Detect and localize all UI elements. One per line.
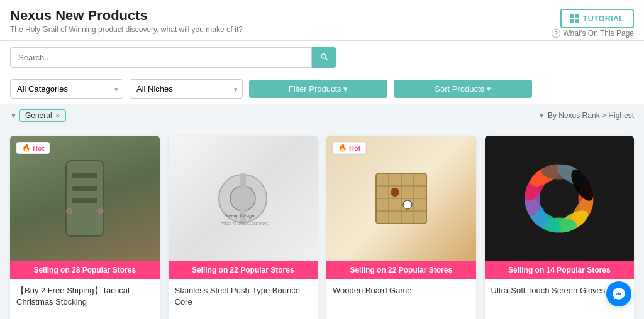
svg-text:PRESS TO OPEN/CLOSE VALVE: PRESS TO OPEN/CLOSE VALVE [221,222,269,225]
product-info: Stainless Steel Push-Type Bounce Core [169,279,318,311]
active-filter-general: ▼ General ✕ [10,109,66,122]
product-info: Wooden Board Game [326,279,476,311]
sell-bar[interactable]: Selling on 22 Popular Stores [326,261,476,279]
category-select[interactable]: All Categories [10,79,123,99]
grid-icon [570,14,579,23]
product-image: 🔥 Hot [485,136,635,261]
svg-point-11 [230,186,255,211]
filter-products-button[interactable]: Filter Products ▾ [249,80,387,98]
search-input[interactable] [10,47,312,68]
sell-bar[interactable]: Selling on 22 Popular Stores [169,261,318,279]
whats-on-page-link[interactable]: ? What's On This Page [552,29,634,38]
product-footer: $0.15 Stores Trend [485,311,635,319]
product-footer: $14.25 Stores Trend [169,311,318,319]
product-card: 🔥 Hot Selling on 28 Popular Stores 【Buy … [10,136,160,319]
hot-badge: 🔥 Hot [333,142,366,154]
svg-text:Pop-up Design: Pop-up Design [223,213,254,219]
products-grid: 🔥 Hot Selling on 28 Popular Stores 【Buy … [0,127,644,319]
svg-point-28 [403,200,412,209]
product-image: 🔥 Hot [326,136,476,261]
filters-row: All Categories All Niches Filter Product… [0,74,644,104]
filter-funnel-icon: ▼ [10,112,17,119]
product-image: 🔥 Hot Pop-up Design PRESS TO OPEN/CLOSE … [169,136,318,261]
product-title: Wooden Board Game [333,285,470,308]
svg-point-27 [391,188,399,197]
search-icon [319,52,328,61]
header-section: Nexus New Products The Holy Grail of Win… [0,0,644,41]
general-tag: General ✕ [19,109,66,122]
product-title: Stainless Steel Push-Type Bounce Core [175,285,312,308]
product-footer: $22.88 Stores Trend [10,311,160,319]
product-card: 🔥 Hot Pop-up Design PRESS TO OPEN/CLOSE … [169,136,318,319]
search-button[interactable] [312,47,336,68]
product-card: 🔥 Hot Selling on 22 Popular Stores Woode… [326,136,476,319]
svg-rect-1 [72,173,97,178]
search-bar [0,41,644,74]
sort-funnel-icon: ▼ [538,111,545,120]
niches-select-wrap: All Niches [130,79,243,99]
svg-rect-12 [240,173,246,189]
product-info: 【Buy 2 Free Shiping】Tactical Christmas S… [10,279,160,311]
sell-bar[interactable]: Selling on 28 Popular Stores [10,261,160,279]
svg-point-5 [66,208,72,214]
hot-badge: 🔥 Hot [16,142,50,154]
product-image: 🔥 Hot [10,136,160,261]
messenger-icon [612,287,626,301]
product-footer: $26.36 Stores Trend [326,311,476,319]
sell-bar[interactable]: Selling on 14 Popular Stores [485,261,635,279]
sort-products-button[interactable]: Sort Products ▾ [394,80,532,98]
tutorial-button[interactable]: TUTORIAL [560,9,634,28]
page-subtitle: The Holy Grail of Winning product discov… [10,25,634,34]
remove-filter-button[interactable]: ✕ [55,112,60,120]
rank-info: ▼ By Nexus Rank > Highest [538,111,634,120]
flame-icon: 🔥 [22,144,31,152]
active-filters-bar: ▼ General ✕ ▼ By Nexus Rank > Highest [0,104,644,127]
svg-point-4 [97,208,104,214]
flame-icon: 🔥 [338,144,347,152]
svg-rect-2 [72,186,97,191]
messenger-button[interactable] [606,281,631,306]
page-title: Nexus New Products [10,8,634,24]
category-select-wrap: All Categories [10,79,123,99]
svg-rect-3 [72,198,97,203]
niches-select[interactable]: All Niches [130,79,243,99]
product-title: 【Buy 2 Free Shiping】Tactical Christmas S… [16,285,153,308]
question-icon: ? [552,29,560,38]
